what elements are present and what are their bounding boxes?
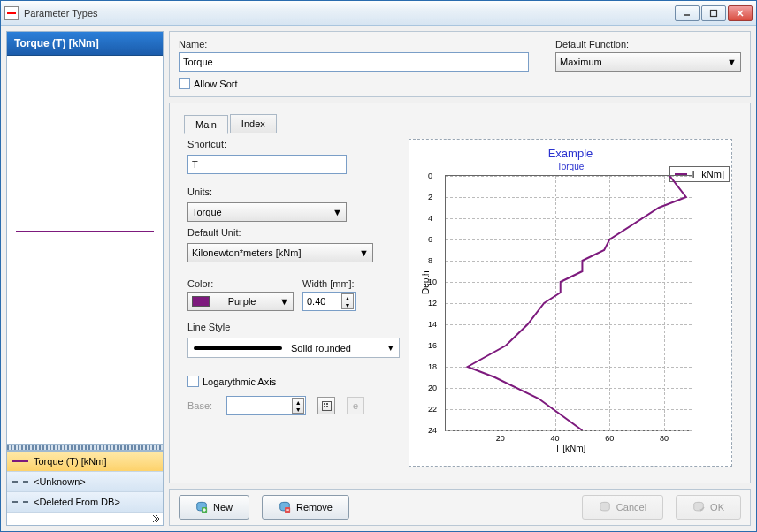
chart-svg: [446, 176, 692, 430]
app-icon: [4, 6, 19, 20]
x-tick-label: 60: [605, 434, 614, 443]
tab-main[interactable]: Main: [184, 115, 228, 134]
y-tick-label: 4: [428, 214, 432, 223]
shortcut-input[interactable]: [187, 155, 347, 174]
x-axis-label: T [kNm]: [417, 444, 724, 453]
x-tick-label: 20: [496, 434, 505, 443]
log-axis-label: Logarythmic Axis: [203, 376, 276, 387]
color-select[interactable]: Purple ▼: [187, 292, 294, 311]
line-style-select[interactable]: Solid rounded ▾: [187, 338, 400, 358]
chevron-down-icon: ▼: [279, 296, 289, 307]
chevron-right-icon: [152, 513, 159, 524]
list-item-label: <Deleted From DB>: [34, 497, 120, 507]
list-item[interactable]: Torque (T) [kNm]: [7, 452, 163, 472]
select-value: Solid rounded: [291, 343, 351, 353]
width-spinner[interactable]: ▲▼: [341, 293, 354, 309]
new-button[interactable]: New: [179, 495, 249, 520]
default-function-label: Default Function:: [555, 39, 741, 49]
color-label: Color:: [187, 278, 294, 289]
list-item-label: <Unknown>: [34, 476, 86, 487]
y-tick-label: 0: [428, 171, 432, 180]
legend-label: T [kNm]: [691, 169, 724, 179]
ok-button: OK: [676, 495, 741, 520]
svg-rect-6: [326, 403, 328, 405]
y-tick-label: 12: [428, 299, 437, 308]
svg-rect-1: [711, 10, 717, 16]
list-item-label: Torque (T) [kNm]: [34, 456, 107, 467]
select-value: Kilonewton*meters [kNm]: [192, 247, 302, 258]
chart-title: Example: [417, 147, 724, 160]
window: Parameter Types Torque (T) [kNm] Torque …: [0, 0, 757, 532]
chevron-down-icon: ▼: [359, 247, 369, 258]
spin-up-icon: ▲: [342, 294, 353, 301]
select-value: Maximum: [560, 57, 602, 67]
close-button[interactable]: [728, 5, 753, 21]
splitter-grip[interactable]: [7, 444, 163, 451]
chevron-down-icon: ▼: [333, 207, 342, 217]
base-label: Base:: [187, 400, 212, 411]
allow-sort-label: Allow Sort: [194, 79, 238, 89]
sidebar-header: Torque (T) [kNm]: [7, 32, 163, 56]
chart-series-line: [468, 176, 686, 430]
name-input[interactable]: [179, 52, 529, 72]
line-swatch-icon: [12, 460, 28, 462]
cancel-button: Cancel: [582, 495, 663, 520]
svg-rect-5: [324, 403, 325, 405]
default-unit-label: Default Unit:: [187, 227, 400, 238]
spin-down-icon: ▼: [342, 301, 353, 308]
base-e-button: e: [347, 397, 364, 414]
button-label: Remove: [296, 502, 333, 513]
tab-label: Main: [195, 119, 217, 130]
line-sample-icon: [194, 346, 282, 350]
button-bar: New Remove Cancel OK: [169, 489, 751, 526]
titlebar: Parameter Types: [1, 1, 756, 26]
maximize-button[interactable]: [701, 5, 726, 21]
y-tick-label: 8: [428, 256, 432, 265]
top-fields-group: Name: Allow Sort Default Function: Maxim…: [169, 31, 751, 97]
width-label: Width [mm]:: [302, 278, 382, 289]
sidebar: Torque (T) [kNm] Torque (T) [kNm] <Unkno…: [6, 31, 164, 526]
spin-down-icon: ▼: [293, 406, 303, 413]
plot-area: Depth 02468101214161820222420406080: [445, 175, 692, 431]
y-tick-label: 22: [428, 405, 437, 414]
y-tick-label: 14: [428, 320, 437, 329]
button-label: New: [213, 502, 233, 513]
base-calc-button[interactable]: [317, 397, 335, 414]
default-unit-select[interactable]: Kilonewton*meters [kNm] ▼: [187, 243, 373, 262]
default-function-select[interactable]: Maximum ▼: [555, 52, 741, 72]
database-icon: [599, 501, 611, 513]
svg-rect-8: [326, 406, 328, 407]
list-item[interactable]: <Deleted From DB>: [7, 492, 163, 513]
remove-button[interactable]: Remove: [262, 495, 349, 520]
units-label: Units:: [187, 186, 400, 197]
chevron-down-icon: ▼: [727, 57, 737, 67]
x-tick-label: 80: [660, 434, 669, 443]
minimize-button[interactable]: [675, 5, 700, 21]
base-spinner[interactable]: ▲▼: [292, 398, 304, 414]
color-chip-icon: [192, 296, 210, 307]
parameter-list: Torque (T) [kNm] <Unknown> <Deleted From…: [7, 451, 163, 513]
select-value: Purple: [228, 296, 256, 307]
shortcut-label: Shortcut:: [187, 139, 400, 149]
svg-rect-7: [324, 406, 325, 407]
tab-index[interactable]: Index: [230, 114, 277, 133]
button-label: OK: [710, 502, 724, 513]
line-swatch-icon: [12, 501, 28, 503]
window-title: Parameter Types: [24, 8, 675, 19]
y-tick-label: 20: [428, 384, 437, 392]
database-remove-icon: [279, 501, 291, 513]
y-tick-label: 2: [428, 193, 432, 201]
log-axis-checkbox[interactable]: [187, 376, 199, 387]
allow-sort-checkbox[interactable]: [179, 78, 190, 89]
name-label: Name:: [179, 39, 529, 49]
y-tick-label: 18: [428, 362, 437, 371]
line-swatch-icon: [12, 481, 28, 483]
list-item[interactable]: <Unknown>: [7, 472, 163, 492]
expand-arrow-row[interactable]: [7, 513, 163, 525]
units-select[interactable]: Torque ▼: [187, 202, 347, 222]
select-value: Torque: [192, 207, 222, 217]
preview-line-sample: [16, 231, 154, 232]
line-style-label: Line Style: [187, 322, 400, 332]
form-column: Shortcut: Units: Torque ▼ Default Unit: …: [187, 139, 400, 467]
chevron-down-icon: ▾: [388, 342, 394, 353]
